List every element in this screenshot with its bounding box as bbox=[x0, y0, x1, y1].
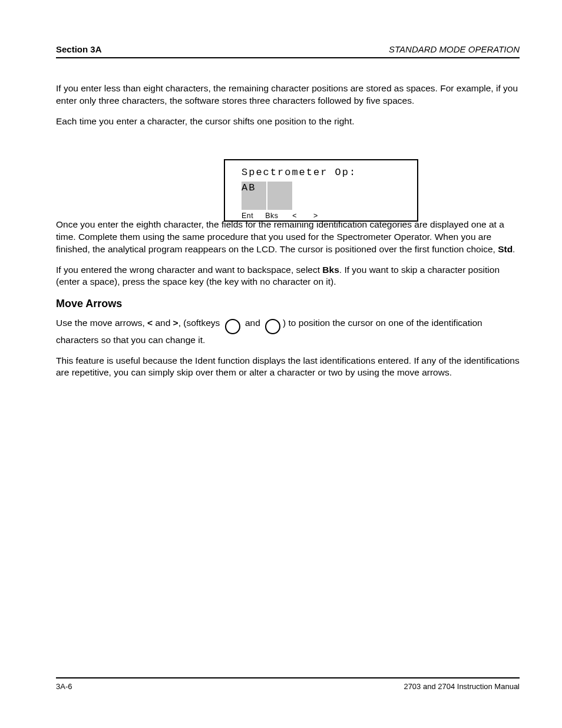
paragraph: Use the move arrows, < and >, (softkeys … bbox=[56, 317, 520, 347]
lcd-cursor-block bbox=[267, 182, 292, 210]
text: and bbox=[243, 318, 263, 328]
footer-manual-title: 2703 and 2704 Instruction Manual bbox=[404, 682, 520, 691]
text-strong: < bbox=[147, 318, 153, 328]
paragraph: If you enter less than eight characters,… bbox=[56, 83, 520, 107]
text-strong: Std bbox=[498, 244, 513, 254]
text-strong: > bbox=[173, 318, 178, 328]
text-strong: Bks bbox=[322, 265, 339, 275]
lcd-line: AB bbox=[242, 182, 256, 195]
footer-page-number: 3A-6 bbox=[56, 682, 72, 691]
softkey-circle-icon bbox=[225, 319, 240, 334]
text: and bbox=[153, 318, 173, 328]
page-header: Section 3A STANDARD MODE OPERATION bbox=[56, 44, 520, 58]
paragraph: Each time you enter a character, the cur… bbox=[56, 116, 520, 128]
text: . bbox=[513, 244, 515, 254]
page-footer: 3A-6 2703 and 2704 Instruction Manual bbox=[56, 677, 520, 682]
lcd-softkey-labels: Ent Bks < > bbox=[242, 211, 318, 221]
paragraph: This feature is useful because the Ident… bbox=[56, 355, 520, 380]
text: Use the move arrows, bbox=[56, 318, 147, 328]
paragraph: If you entered the wrong character and w… bbox=[56, 264, 520, 289]
lcd-line: Spectrometer Op: bbox=[242, 166, 356, 180]
text: Once you enter the eighth character, the… bbox=[56, 219, 504, 254]
header-section: Section 3A bbox=[56, 44, 102, 54]
header-title: STANDARD MODE OPERATION bbox=[389, 44, 520, 54]
paragraph: Once you enter the eighth character, the… bbox=[56, 219, 520, 256]
text: , (softkeys bbox=[178, 318, 223, 328]
section-heading: Move Arrows bbox=[56, 297, 520, 311]
lcd-display: Spectrometer Op: AB Ent Bks < > bbox=[224, 159, 418, 222]
text: If you entered the wrong character and w… bbox=[56, 265, 322, 275]
page-content: If you enter less than eight characters,… bbox=[56, 83, 520, 387]
softkey-circle-icon bbox=[265, 319, 280, 334]
